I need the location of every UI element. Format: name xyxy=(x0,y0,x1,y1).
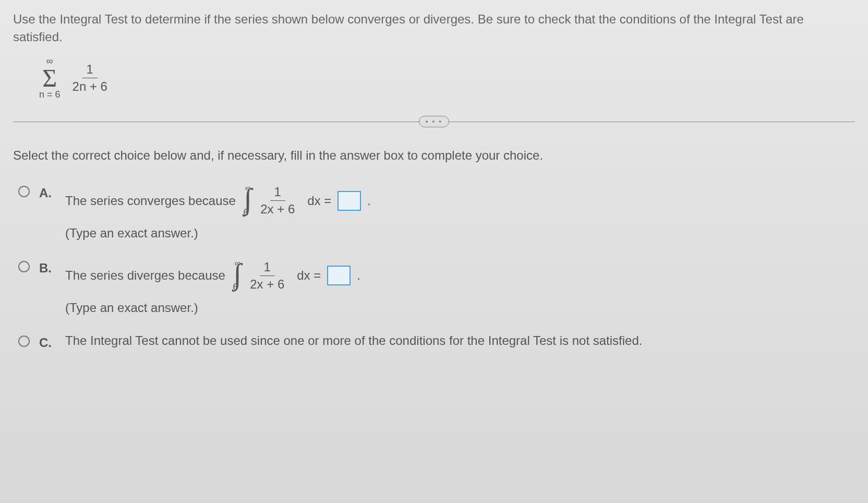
choice-b-hint: (Type an exact answer.) xyxy=(65,301,855,315)
answer-box-b[interactable] xyxy=(327,266,351,285)
integral-a-lower: 6 xyxy=(244,207,249,218)
choice-a-label: A. xyxy=(39,186,55,200)
series-formula: ∞ Σ n = 6 1 2n + 6 xyxy=(39,56,855,100)
integral-a-after: dx = xyxy=(307,194,331,208)
radio-c[interactable] xyxy=(18,336,30,347)
choice-a-text: The series converges because xyxy=(65,194,236,208)
series-denominator: 2n + 6 xyxy=(68,78,112,94)
ellipsis-icon: • • • xyxy=(419,116,449,127)
integral-b-after: dx = xyxy=(297,268,321,283)
choice-c-label: C. xyxy=(39,336,55,350)
choice-c: C. The Integral Test cannot be used sinc… xyxy=(18,333,855,356)
choice-c-text: The Integral Test cannot be used since o… xyxy=(65,333,642,348)
sigma-lower: n = 6 xyxy=(39,89,61,100)
radio-b[interactable] xyxy=(18,261,30,272)
integral-a-num: 1 xyxy=(270,185,285,201)
choice-a-hint: (Type an exact answer.) xyxy=(65,226,855,241)
integral-a: ∞ ∫ 6 1 2x + 6 xyxy=(244,184,299,218)
choice-b-text: The series diverges because xyxy=(65,268,225,283)
radio-a[interactable] xyxy=(18,186,30,197)
series-numerator: 1 xyxy=(82,62,98,78)
choice-b-period: . xyxy=(357,268,360,283)
instruction-text: Select the correct choice below and, if … xyxy=(13,148,855,163)
choice-b-label: B. xyxy=(39,261,55,276)
answer-box-a[interactable] xyxy=(337,191,361,211)
integral-b-lower: 6 xyxy=(233,282,238,293)
question-text: Use the Integral Test to determine if th… xyxy=(13,10,855,45)
integral-b-num: 1 xyxy=(260,260,275,276)
integral-b: ∞ ∫ 6 1 2x + 6 xyxy=(234,259,288,293)
integral-a-den: 2x + 6 xyxy=(256,201,299,217)
choice-b: B. The series diverges because ∞ ∫ 6 1 2… xyxy=(18,259,855,315)
choice-a: A. The series converges because ∞ ∫ 6 1 … xyxy=(18,184,855,240)
sigma-symbol: Σ xyxy=(42,67,57,89)
choice-a-period: . xyxy=(367,194,371,208)
section-divider: • • • xyxy=(13,116,855,127)
integral-b-den: 2x + 6 xyxy=(246,276,288,292)
